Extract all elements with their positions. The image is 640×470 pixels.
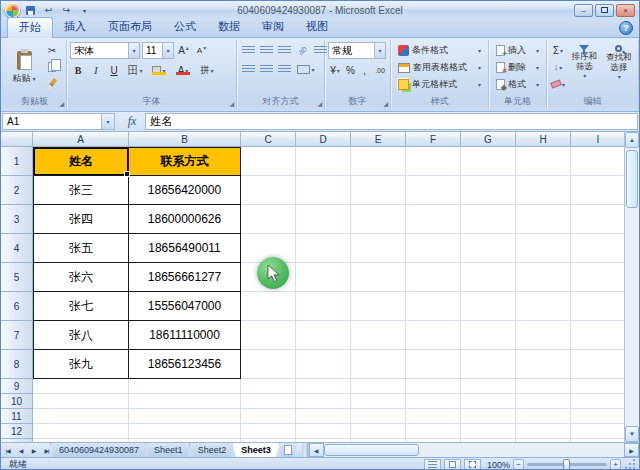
cell-D9[interactable] [296,379,351,394]
cell-F9[interactable] [406,379,461,394]
ribbon-tab-审阅[interactable]: 审阅 [251,17,295,37]
cell-I1[interactable] [571,147,626,176]
delete-cells-button[interactable]: × 删除 ▾ [492,59,543,76]
row-header-12[interactable]: 12 [1,424,33,439]
cell-E4[interactable] [351,234,406,263]
align-right-button[interactable] [276,61,292,77]
cell-H9[interactable] [516,379,571,394]
cell-B10[interactable] [129,394,241,409]
shrink-font-button[interactable]: A▼ [194,43,210,59]
cell-D5[interactable] [296,263,351,292]
restore-button[interactable] [595,4,614,17]
cell-G11[interactable] [461,409,516,424]
cell-H6[interactable] [516,292,571,321]
row-header-2[interactable]: 2 [1,176,33,205]
cut-button[interactable]: ✂ [44,42,60,58]
cell-D6[interactable] [296,292,351,321]
sheet-tab-Sheet3[interactable]: Sheet3 [232,443,280,457]
row-header-4[interactable]: 4 [1,234,33,263]
cell-G9[interactable] [461,379,516,394]
cell-I4[interactable] [571,234,626,263]
help-icon[interactable]: ? [619,21,633,35]
cell-D8[interactable] [296,350,351,379]
close-button[interactable]: × [616,4,635,17]
grow-font-button[interactable]: A▲ [176,43,192,59]
cell-H11[interactable] [516,409,571,424]
cell-A12[interactable] [33,424,129,439]
borders-button[interactable]: 田▾ [124,62,146,78]
format-as-table-button[interactable]: 套用表格格式 ▾ [394,59,485,76]
align-bottom-button[interactable] [276,42,292,58]
sheet-tab-Sheet1[interactable]: Sheet1 [145,443,192,457]
zoom-out-button[interactable]: − [513,459,524,470]
office-button[interactable] [5,3,20,18]
insert-cells-button[interactable]: + 插入 ▾ [492,42,543,59]
vertical-scrollbar[interactable]: ▲ ▼ [624,132,639,442]
insert-function-button[interactable]: fx [121,113,143,130]
cell-G5[interactable] [461,263,516,292]
align-top-button[interactable] [240,42,256,58]
conditional-formatting-button[interactable]: 条件格式 ▾ [394,42,485,59]
resize-grip[interactable] [624,458,637,470]
cell-D12[interactable] [296,424,351,439]
cell-G1[interactable] [461,147,516,176]
save-button[interactable] [23,3,38,17]
cell-D7[interactable] [296,321,351,350]
underline-button[interactable]: U [106,62,122,78]
ribbon-tab-数据[interactable]: 数据 [207,17,251,37]
cell-F4[interactable] [406,234,461,263]
cell-H4[interactable] [516,234,571,263]
clipboard-dialog-launcher[interactable]: ◢ [59,101,64,107]
font-dialog-launcher[interactable]: ◢ [229,101,234,107]
name-box-dropdown[interactable]: ▾ [102,113,115,130]
row-header-7[interactable]: 7 [1,321,33,350]
cell-F2[interactable] [406,176,461,205]
align-middle-button[interactable] [258,42,274,58]
autosum-button[interactable]: Σ▾ [550,42,566,58]
font-name-combo[interactable]: 宋体 ▾ [70,42,140,59]
cell-styles-button[interactable]: 单元格样式 ▾ [394,76,485,93]
cell-H3[interactable] [516,205,571,234]
cell-H8[interactable] [516,350,571,379]
comma-style-button[interactable]: , [359,62,370,78]
zoom-in-button[interactable]: + [610,459,621,470]
cell-B5[interactable]: 18656661277 [129,263,241,292]
ribbon-tab-插入[interactable]: 插入 [53,17,97,37]
cell-B8[interactable]: 18656123456 [129,350,241,379]
cell-E6[interactable] [351,292,406,321]
cell-B1[interactable]: 联系方式 [129,147,241,176]
fill-color-button[interactable]: ▾ [148,62,170,78]
column-header-B[interactable]: B [129,132,241,147]
cell-C10[interactable] [241,394,296,409]
format-painter-button[interactable] [44,76,60,92]
cell-H2[interactable] [516,176,571,205]
row-header-5[interactable]: 5 [1,263,33,292]
cell-B6[interactable]: 15556047000 [129,292,241,321]
sort-filter-button[interactable]: 排序和筛选 ▾ [568,42,600,88]
cell-F6[interactable] [406,292,461,321]
quick-access-customize-button[interactable]: ▾ [77,3,92,17]
cell-A9[interactable] [33,379,129,394]
ribbon-tab-视图[interactable]: 视图 [295,17,339,37]
cell-C7[interactable] [241,321,296,350]
page-break-view-button[interactable] [464,459,481,470]
cell-H1[interactable] [516,147,571,176]
cell-I3[interactable] [571,205,626,234]
alignment-dialog-launcher[interactable]: ◢ [317,101,322,107]
scroll-right-button[interactable]: ▶ [624,443,639,457]
cell-I10[interactable] [571,394,626,409]
minimize-button[interactable]: – [574,4,593,17]
orientation-button[interactable]: ab [294,42,310,58]
cell-F3[interactable] [406,205,461,234]
cell-B12[interactable] [129,424,241,439]
cell-E10[interactable] [351,394,406,409]
column-header-H[interactable]: H [516,132,571,147]
cell-C6[interactable] [241,292,296,321]
cell-B11[interactable] [129,409,241,424]
cell-A1[interactable]: 姓名 [33,147,129,176]
cell-C8[interactable] [241,350,296,379]
cell-H12[interactable] [516,424,571,439]
chevron-down-icon[interactable]: ▾ [374,43,385,58]
cell-D2[interactable] [296,176,351,205]
cell-A7[interactable]: 张八 [33,321,129,350]
